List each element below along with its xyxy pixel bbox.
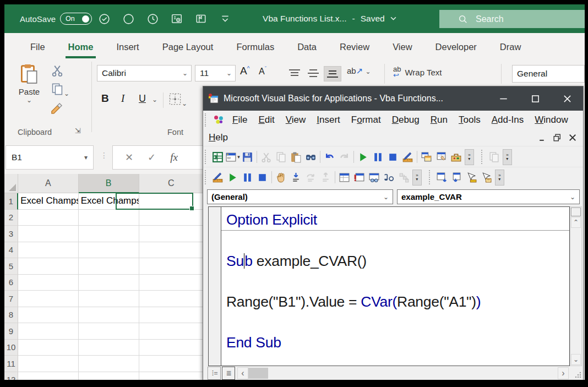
split-box[interactable] [571, 208, 581, 216]
format-painter-button[interactable] [50, 101, 64, 118]
check-circle-icon[interactable] [92, 9, 116, 28]
row-header-9[interactable]: 9 [4, 323, 18, 340]
cell-B10[interactable] [79, 340, 139, 356]
row-header-11[interactable]: 11 [4, 356, 18, 372]
autosave-toggle[interactable]: AutoSave On [20, 13, 92, 25]
uncomment-block-icon[interactable] [449, 170, 464, 185]
tab-developer[interactable]: Developer [424, 37, 488, 58]
properties-window-icon[interactable] [434, 150, 449, 165]
cell-B12[interactable] [79, 372, 139, 380]
toolbar-grip[interactable] [205, 150, 208, 165]
design-mode-icon[interactable] [400, 150, 415, 165]
call-stack-icon[interactable] [396, 170, 411, 185]
font-name-combo[interactable]: Calibri⌄ [97, 65, 192, 81]
tab-draw[interactable]: Draw [488, 37, 533, 58]
menu-tools[interactable]: Tools [453, 112, 486, 127]
column-header-c[interactable]: C [139, 174, 204, 193]
scroll-down-arrow[interactable]: ⌄ [571, 354, 581, 365]
procedure-dropdown[interactable]: example_CVAR⌄ [397, 189, 580, 204]
locals-window-icon[interactable] [337, 170, 352, 185]
row-header-6[interactable]: 6 [4, 275, 18, 291]
cell-A12[interactable] [18, 372, 79, 380]
scroll-up-arrow[interactable]: ⌃ [571, 217, 581, 228]
row-header-4[interactable]: 4 [4, 242, 18, 259]
cell-B4[interactable] [79, 242, 139, 259]
cell-A3[interactable] [18, 226, 79, 242]
borders-button[interactable]: ⌄ [168, 92, 187, 108]
document-title-group[interactable]: Vba Functions List.x... - Saved [263, 14, 396, 24]
cancel-button[interactable]: ✕ [125, 151, 133, 163]
paste-dropdown-chevron[interactable]: ⌄ [15, 96, 43, 104]
cell-B6[interactable] [79, 275, 139, 291]
formula-bar-splitter[interactable]: ⋮ [100, 151, 107, 160]
row-header-3[interactable]: 3 [4, 226, 18, 242]
view-excel-icon[interactable] [210, 150, 225, 165]
menu-window[interactable]: Window [529, 112, 573, 127]
reset-icon[interactable] [385, 150, 400, 165]
cell-B8[interactable] [79, 307, 139, 324]
code-line-7[interactable]: End Sub [221, 333, 569, 353]
menu-debug[interactable]: Debug [386, 112, 425, 127]
menu-format[interactable]: Format [346, 112, 386, 127]
row-header-7[interactable]: 7 [4, 291, 18, 307]
step-over-icon[interactable] [303, 170, 318, 185]
tab-formulas[interactable]: Formulas [225, 37, 286, 58]
cell-A2[interactable] [18, 210, 79, 226]
wrap-text-button[interactable]: ab↩ Wrap Text [393, 66, 442, 78]
menu-edit[interactable]: Edit [253, 112, 280, 127]
h-scroll-thumb[interactable] [248, 368, 268, 379]
fill-handle[interactable] [189, 206, 194, 211]
immediate-window-icon[interactable] [352, 170, 367, 185]
tab-review[interactable]: Review [328, 37, 381, 58]
watch-window-icon[interactable] [367, 170, 382, 185]
menu-file[interactable]: File [227, 112, 253, 127]
cell-C7[interactable] [139, 291, 204, 307]
top-align-button[interactable] [286, 66, 303, 80]
procedure-view-button[interactable]: ᎒= [208, 367, 221, 380]
cell-B11[interactable] [79, 356, 139, 372]
save-icon[interactable] [240, 150, 255, 165]
cell-A5[interactable] [18, 258, 79, 275]
code-line-3[interactable]: Sub example_CVAR() [221, 251, 569, 271]
code-window[interactable]: Option ExplicitSub example_CVAR()Range("… [208, 206, 570, 366]
copy-icon[interactable] [274, 150, 288, 165]
cut-button[interactable] [51, 64, 64, 79]
name-box[interactable]: B1 ▾ [6, 145, 94, 170]
row-header-2[interactable]: 2 [4, 210, 18, 226]
step-out-icon[interactable] [318, 170, 333, 185]
orientation-button[interactable]: ab↗ ⌄ [347, 66, 371, 76]
quick-watch-icon[interactable] [382, 170, 396, 185]
underline-dropdown-chevron[interactable]: ⌄ [152, 96, 157, 103]
cell-A1[interactable]: Excel Champs [18, 193, 78, 210]
code-line-1[interactable]: Option Explicit [221, 210, 569, 231]
cell-C5[interactable] [139, 258, 204, 275]
menubar-grip[interactable] [205, 113, 208, 127]
cell-C8[interactable] [139, 307, 204, 324]
cell-A10[interactable] [18, 340, 79, 356]
code-line-6[interactable] [221, 312, 569, 333]
clipboard-dialog-launcher[interactable]: ⇲ [75, 127, 81, 135]
indent-icon[interactable] [464, 170, 479, 185]
bottom-align-button[interactable] [324, 66, 341, 81]
cell-B7[interactable] [79, 291, 139, 307]
menu-run[interactable]: Run [425, 112, 453, 127]
run-sub-icon[interactable] [356, 150, 371, 165]
workbook-icon[interactable] [189, 9, 213, 28]
paste-icon[interactable] [288, 150, 303, 165]
redo-icon[interactable] [337, 150, 352, 165]
cell-C9[interactable] [139, 323, 204, 340]
circle-icon[interactable] [116, 9, 140, 28]
scroll-left-arrow[interactable]: ‹ [237, 367, 248, 379]
cell-A6[interactable] [18, 275, 79, 291]
code-line-5[interactable]: Range("B1").Value = CVar(Range("A1")) [221, 292, 569, 312]
menu-insert[interactable]: Insert [311, 112, 346, 127]
search-box[interactable]: Search [439, 10, 585, 28]
menu-view[interactable]: View [280, 112, 312, 127]
cell-C4[interactable] [139, 242, 204, 259]
cell-A7[interactable] [18, 291, 79, 307]
vertical-scrollbar[interactable]: ⌃ ⌄ [570, 206, 582, 366]
code-margin[interactable] [209, 207, 221, 366]
name-box-chevron[interactable]: ▾ [84, 154, 88, 161]
row-header-5[interactable]: 5 [4, 258, 18, 275]
sheet-view-icon[interactable] [165, 9, 189, 28]
